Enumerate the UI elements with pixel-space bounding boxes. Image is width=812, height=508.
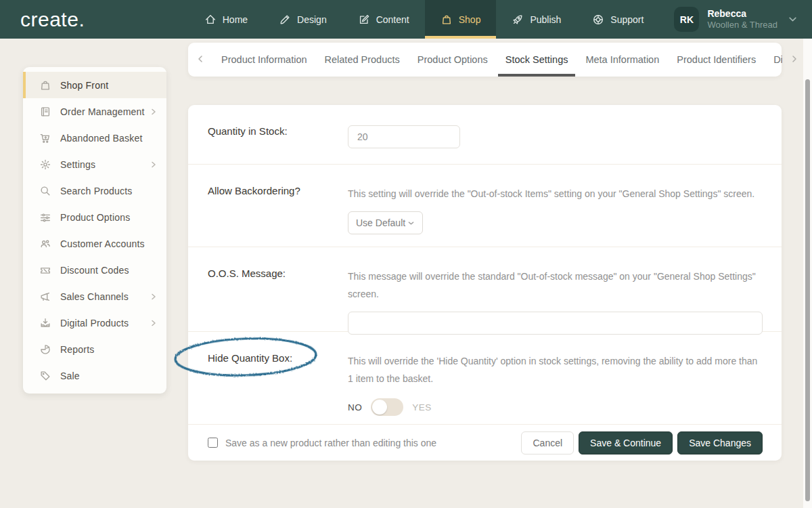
pie-chart-icon bbox=[39, 343, 51, 356]
save-changes-button[interactable]: Save Changes bbox=[677, 431, 763, 454]
user-menu[interactable]: RK Rebecca Woollen & Thread bbox=[674, 7, 797, 32]
allow-backordering-help: This setting will override the "Out-of-s… bbox=[348, 185, 761, 203]
tab-digital-truncated[interactable]: Dig bbox=[765, 43, 782, 77]
hide-quantity-box-help: This will override the 'Hide Quantity' o… bbox=[348, 352, 761, 387]
nav-design-label: Design bbox=[297, 14, 327, 25]
user-company: Woollen & Thread bbox=[707, 20, 777, 30]
panel-footer: Save as a new product rather than editin… bbox=[188, 425, 782, 461]
product-tabs: Product Information Related Products Pro… bbox=[188, 43, 782, 77]
quantity-in-stock-input[interactable] bbox=[348, 125, 460, 148]
chevron-right-icon bbox=[150, 320, 157, 326]
bag-icon bbox=[39, 79, 51, 91]
sidebar-item-label: Sales Channels bbox=[60, 291, 129, 302]
sidebar-item-settings[interactable]: Settings bbox=[23, 151, 166, 177]
basket-icon bbox=[39, 132, 51, 144]
chevron-left-icon bbox=[196, 55, 204, 63]
tab-related-products[interactable]: Related Products bbox=[316, 43, 409, 77]
chevron-right-icon bbox=[150, 161, 157, 168]
nav-support[interactable]: Support bbox=[577, 0, 659, 39]
sidebar-item-label: Product Options bbox=[60, 212, 130, 223]
sidebar-item-label: Order Management bbox=[60, 106, 145, 117]
top-nav: create. Home Design Content Shop Publish… bbox=[0, 0, 812, 39]
sidebar-item-label: Digital Products bbox=[60, 318, 129, 329]
tab-product-options[interactable]: Product Options bbox=[409, 43, 497, 77]
oos-message-row: O.O.S. Message: This message will overri… bbox=[188, 247, 782, 332]
sidebar-item-abandoned-basket[interactable]: Abandoned Basket bbox=[23, 125, 166, 151]
sidebar-item-label: Discount Codes bbox=[60, 265, 129, 276]
nav-publish[interactable]: Publish bbox=[496, 0, 577, 39]
avatar: RK bbox=[674, 7, 699, 32]
nav-content[interactable]: Content bbox=[342, 0, 425, 39]
bag-icon bbox=[441, 14, 453, 26]
ledger-icon bbox=[39, 106, 51, 118]
shop-sidebar: Shop Front Order Management Abandoned Ba… bbox=[23, 67, 166, 394]
sidebar-item-customer-accounts[interactable]: Customer Accounts bbox=[23, 230, 166, 257]
brush-icon bbox=[279, 14, 291, 26]
nav-support-label: Support bbox=[610, 14, 644, 25]
tab-meta-information[interactable]: Meta Information bbox=[577, 43, 668, 77]
nav-shop-label: Shop bbox=[459, 14, 481, 25]
gear-icon bbox=[39, 158, 51, 171]
nav-publish-label: Publish bbox=[530, 14, 561, 25]
save-and-continue-button[interactable]: Save & Continue bbox=[579, 431, 673, 454]
rocket-icon bbox=[512, 14, 524, 26]
sidebar-item-label: Abandoned Basket bbox=[60, 133, 143, 144]
oos-message-input[interactable] bbox=[348, 312, 763, 335]
support-icon bbox=[592, 14, 604, 26]
nav-home[interactable]: Home bbox=[189, 0, 263, 39]
sidebar-item-discount-codes[interactable]: Discount Codes bbox=[23, 257, 166, 283]
chevron-right-icon bbox=[150, 293, 157, 300]
sliders-icon bbox=[39, 211, 51, 224]
allow-backordering-label: Allow Backordering? bbox=[208, 185, 300, 196]
scrollbar-track bbox=[803, 39, 812, 508]
toggle-yes-label: YES bbox=[412, 402, 432, 412]
user-text: Rebecca Woollen & Thread bbox=[707, 8, 777, 31]
sidebar-item-label: Shop Front bbox=[60, 80, 108, 91]
sidebar-item-order-management[interactable]: Order Management bbox=[23, 98, 166, 125]
sidebar-item-sale[interactable]: Sale bbox=[23, 362, 166, 389]
download-icon bbox=[39, 317, 51, 329]
backordering-select[interactable]: Use Default bbox=[348, 211, 423, 234]
oos-message-label: O.O.S. Message: bbox=[208, 268, 286, 279]
oos-message-help: This message will override the standard … bbox=[348, 268, 761, 303]
chevron-right-icon bbox=[790, 55, 798, 63]
save-as-new-label: Save as a new product rather than editin… bbox=[225, 438, 436, 448]
scrollbar-thumb[interactable] bbox=[805, 79, 810, 501]
nav-design[interactable]: Design bbox=[263, 0, 342, 39]
nav-home-label: Home bbox=[223, 14, 248, 25]
chevron-down-icon bbox=[788, 15, 797, 24]
sidebar-item-label: Settings bbox=[60, 159, 95, 170]
sidebar-item-sales-channels[interactable]: Sales Channels bbox=[23, 283, 166, 310]
sidebar-item-digital-products[interactable]: Digital Products bbox=[23, 310, 166, 336]
save-as-new-checkbox[interactable] bbox=[208, 438, 218, 448]
tabs-scroll-left[interactable] bbox=[188, 54, 212, 66]
tag-icon bbox=[39, 370, 51, 382]
app-logo[interactable]: create. bbox=[20, 0, 85, 39]
stock-settings-panel: Quantity in Stock: Allow Backordering? T… bbox=[188, 105, 782, 461]
megaphone-icon bbox=[39, 291, 51, 303]
sidebar-item-label: Sale bbox=[60, 371, 80, 381]
sidebar-item-shop-front[interactable]: Shop Front bbox=[23, 72, 166, 98]
tab-product-information[interactable]: Product Information bbox=[212, 43, 316, 77]
allow-backordering-row: Allow Backordering? This setting will ov… bbox=[188, 165, 782, 247]
home-icon bbox=[204, 14, 217, 26]
tab-product-identifiers[interactable]: Product Identifiers bbox=[668, 43, 765, 77]
toggle-no-label: NO bbox=[348, 402, 362, 412]
hide-quantity-toggle[interactable] bbox=[371, 398, 403, 416]
quantity-in-stock-row: Quantity in Stock: bbox=[188, 105, 782, 165]
search-icon bbox=[39, 185, 51, 197]
ticket-icon bbox=[39, 264, 51, 276]
users-icon bbox=[39, 238, 51, 250]
tab-stock-settings[interactable]: Stock Settings bbox=[497, 43, 577, 77]
nav-content-label: Content bbox=[376, 14, 409, 25]
sidebar-item-label: Search Products bbox=[60, 186, 133, 196]
nav-shop[interactable]: Shop bbox=[425, 0, 497, 39]
sidebar-item-product-options[interactable]: Product Options bbox=[23, 204, 166, 230]
sidebar-item-search-products[interactable]: Search Products bbox=[23, 177, 166, 204]
user-name: Rebecca bbox=[707, 8, 777, 20]
edit-icon bbox=[358, 14, 370, 26]
cancel-button[interactable]: Cancel bbox=[521, 431, 574, 454]
quantity-in-stock-label: Quantity in Stock: bbox=[208, 125, 288, 137]
sidebar-item-reports[interactable]: Reports bbox=[23, 336, 166, 362]
sidebar-item-label: Reports bbox=[60, 344, 94, 355]
